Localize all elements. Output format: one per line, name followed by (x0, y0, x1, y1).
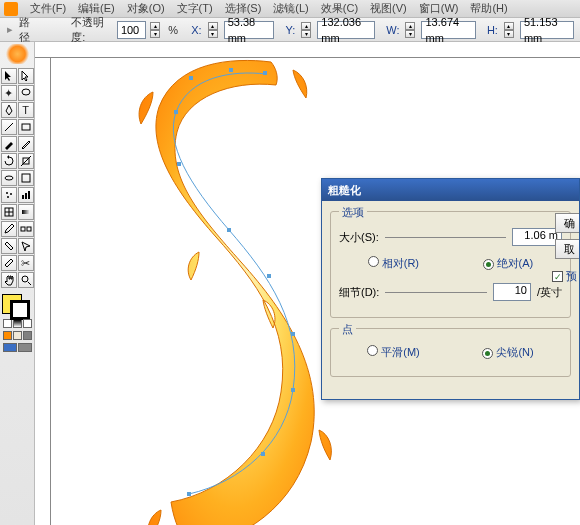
roughen-dialog: 粗糙化 选项 大小(S): 1.06 m 相对(R) 绝对(A) 细节(D): … (321, 178, 580, 400)
svg-rect-21 (263, 71, 267, 75)
mesh-tool[interactable] (1, 204, 17, 220)
rectangle-tool[interactable] (18, 119, 34, 135)
lasso-tool[interactable] (18, 85, 34, 101)
opacity-field[interactable]: 100 (117, 21, 146, 39)
symbol-sprayer-tool[interactable] (1, 187, 17, 203)
menu-view[interactable]: 视图(V) (364, 0, 413, 17)
x-stepper[interactable]: ▴▾ (208, 22, 218, 38)
swatch-0[interactable] (3, 331, 12, 340)
svg-point-5 (5, 176, 13, 180)
live-paint-tool[interactable] (1, 238, 17, 254)
svg-rect-10 (22, 195, 24, 199)
detail-slider[interactable] (385, 292, 487, 293)
gradient-mode[interactable] (13, 319, 22, 328)
h-field[interactable]: 51.153 mm (520, 21, 574, 39)
artwork-s-letter[interactable] (81, 58, 351, 525)
direct-selection-tool[interactable] (18, 68, 34, 84)
svg-rect-2 (22, 124, 30, 130)
pen-tool[interactable] (1, 102, 17, 118)
rotate-tool[interactable] (1, 153, 17, 169)
w-field[interactable]: 13.674 mm (421, 21, 475, 39)
svg-rect-26 (227, 228, 231, 232)
preview-checkbox[interactable]: 预 (552, 269, 577, 284)
selection-tool[interactable] (1, 68, 17, 84)
h-stepper[interactable]: ▴▾ (504, 22, 514, 38)
absolute-radio[interactable]: 绝对(A) (483, 256, 534, 271)
hand-tool[interactable] (1, 272, 17, 288)
svg-point-7 (6, 192, 8, 194)
size-slider[interactable] (385, 237, 506, 238)
svg-rect-11 (25, 193, 27, 199)
swatch-row (3, 331, 32, 340)
x-label: X: (191, 24, 201, 36)
svg-line-1 (5, 123, 13, 131)
opacity-unit: % (168, 24, 178, 36)
svg-rect-23 (189, 76, 193, 80)
size-label: 大小(S): (339, 230, 379, 245)
svg-rect-24 (174, 110, 178, 114)
screen-mode[interactable] (3, 343, 17, 352)
opacity-stepper[interactable]: ▴▾ (150, 22, 160, 38)
magic-wand-tool[interactable]: ✦ (1, 85, 17, 101)
line-tool[interactable] (1, 119, 17, 135)
w-label: W: (386, 24, 399, 36)
reflect-tool[interactable] (18, 153, 34, 169)
scissors-tool[interactable]: ✂ (18, 255, 34, 271)
h-label: H: (487, 24, 498, 36)
dialog-title[interactable]: 粗糙化 (322, 179, 579, 201)
options-bar: ▸ 路径 不透明度: 100 ▴▾ % X: ▴▾ 53.38 mm Y: ▴▾… (0, 18, 580, 42)
blend-tool[interactable] (18, 221, 34, 237)
menu-object[interactable]: 对象(O) (121, 0, 171, 17)
svg-rect-18 (27, 227, 31, 231)
swatch-1[interactable] (13, 331, 22, 340)
svg-point-9 (7, 196, 9, 198)
eyedropper-tool[interactable] (1, 221, 17, 237)
svg-rect-22 (229, 68, 233, 72)
color-well[interactable] (2, 294, 32, 316)
stroke-color[interactable] (10, 300, 30, 320)
svg-rect-25 (177, 162, 181, 166)
slice-tool[interactable] (1, 255, 17, 271)
none-mode[interactable] (23, 319, 32, 328)
path-label: 路径 (19, 15, 39, 45)
smooth-radio[interactable]: 平滑(M) (367, 345, 420, 360)
menu-filter[interactable]: 滤镜(L) (267, 0, 314, 17)
svg-rect-29 (291, 388, 295, 392)
menu-type[interactable]: 文字(T) (171, 0, 219, 17)
relative-radio[interactable]: 相对(R) (368, 256, 419, 271)
pencil-tool[interactable] (18, 136, 34, 152)
options-legend: 选项 (339, 205, 367, 220)
swatch-2[interactable] (23, 331, 32, 340)
paintbrush-tool[interactable] (1, 136, 17, 152)
detail-field[interactable]: 10 (493, 283, 531, 301)
gradient-tool[interactable] (18, 204, 34, 220)
svg-rect-12 (28, 191, 30, 199)
screen-mode-full[interactable] (18, 343, 32, 352)
points-legend: 点 (339, 322, 356, 337)
x-field[interactable]: 53.38 mm (224, 21, 275, 39)
ruler-horizontal (35, 42, 580, 58)
color-mode-row (3, 319, 32, 328)
graph-tool[interactable] (18, 187, 34, 203)
app-icon (4, 2, 18, 16)
live-paint-selection-tool[interactable] (18, 238, 34, 254)
type-tool[interactable]: T (18, 102, 34, 118)
options-group: 选项 大小(S): 1.06 m 相对(R) 绝对(A) 细节(D): 10 /… (330, 211, 571, 318)
w-stepper[interactable]: ▴▾ (405, 22, 415, 38)
warp-tool[interactable] (1, 170, 17, 186)
y-label: Y: (286, 24, 296, 36)
y-stepper[interactable]: ▴▾ (301, 22, 311, 38)
color-mode[interactable] (3, 319, 12, 328)
ok-button[interactable]: 确 (555, 213, 579, 233)
svg-rect-17 (21, 227, 25, 231)
breadcrumb-icon[interactable]: ▸ (6, 23, 15, 36)
corner-radio[interactable]: 尖锐(N) (482, 345, 533, 360)
svg-rect-16 (22, 210, 30, 214)
menu-help[interactable]: 帮助(H) (464, 0, 513, 17)
free-transform-tool[interactable] (18, 170, 34, 186)
zoom-tool[interactable] (18, 272, 34, 288)
detail-unit: /英寸 (537, 285, 562, 300)
y-field[interactable]: 132.036 mm (317, 21, 375, 39)
cancel-button[interactable]: 取 (555, 239, 579, 259)
svg-point-19 (22, 276, 28, 282)
